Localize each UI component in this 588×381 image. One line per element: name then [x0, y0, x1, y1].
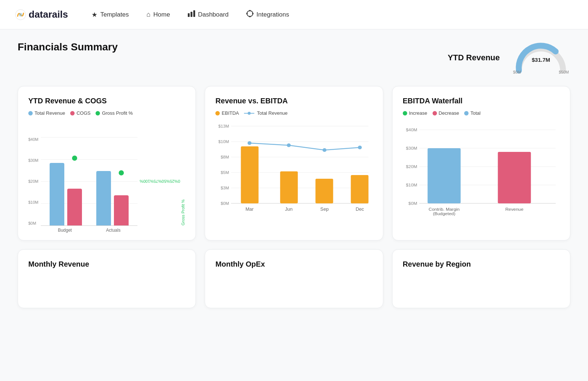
gauge-min: $0M — [513, 70, 521, 74]
y-left-0: $0M — [28, 221, 39, 225]
legend-gross-profit-label: Gross Profit % — [102, 110, 133, 116]
svg-text:$20M: $20M — [406, 164, 417, 169]
legend-decrease-label: Decrease — [439, 110, 459, 116]
home-icon: ⌂ — [146, 11, 150, 18]
legend-cogs-label: COGS — [76, 110, 90, 116]
cogs-dot — [70, 111, 75, 115]
navigation: datarails ★ Templates ⌂ Home Dashboard — [0, 0, 588, 29]
svg-text:$10M: $10M — [218, 139, 229, 144]
svg-text:$0M: $0M — [408, 201, 417, 206]
svg-rect-4 — [193, 10, 195, 17]
legend-ebitda: EBITDA — [215, 110, 239, 116]
bars-area: Budget Actuals — [41, 137, 138, 225]
svg-point-30 — [323, 148, 327, 152]
svg-text:$30M: $30M — [406, 146, 417, 150]
svg-point-5 — [247, 11, 253, 17]
svg-point-1 — [19, 13, 22, 17]
ebitda-dot — [215, 111, 220, 115]
increase-dot — [403, 111, 407, 115]
y-left-3: $30M — [28, 158, 39, 163]
y-right-2: 50% — [158, 179, 166, 184]
legend-total-3: Total — [464, 110, 480, 116]
revenue-ebitda-card: Revenue vs. EBITDA EBITDA Total Revenue — [205, 86, 383, 241]
svg-rect-24 — [241, 146, 259, 203]
nav-integrations[interactable]: Integrations — [245, 7, 291, 22]
budget-gp-dot — [72, 156, 77, 161]
total-dot — [464, 111, 469, 115]
svg-rect-26 — [316, 179, 333, 203]
budget-cogs-bar — [67, 189, 82, 225]
y-right-1: 25% — [166, 179, 174, 184]
actuals-bar-group — [94, 171, 130, 225]
svg-point-7 — [249, 16, 251, 17]
svg-point-29 — [287, 143, 291, 147]
page-title: Financials Summary — [18, 41, 118, 53]
legend-total-revenue-2: Total Revenue — [244, 110, 287, 116]
ytd-value: $31.7M — [532, 57, 550, 63]
revenue-by-region-card: Revenue by Region — [392, 249, 570, 308]
ytd-revenue-cogs-card: YTD Revenue & COGS Total Revenue COGS Gr… — [18, 86, 196, 241]
card3-legend: Increase Decrease Total — [403, 110, 560, 116]
svg-rect-27 — [351, 175, 369, 203]
legend-ebitda-label: EBITDA — [222, 110, 239, 116]
svg-point-11 — [248, 112, 251, 115]
svg-point-9 — [252, 13, 254, 14]
legend-increase: Increase — [403, 110, 427, 116]
legend-total-revenue-2-label: Total Revenue — [257, 110, 287, 116]
svg-rect-2 — [188, 13, 190, 17]
card2-legend: EBITDA Total Revenue — [215, 110, 372, 116]
card6-title: Revenue by Region — [403, 260, 471, 268]
svg-point-8 — [246, 13, 248, 14]
monthly-revenue-card: Monthly Revenue — [18, 249, 196, 308]
card5-title: Monthly OpEx — [215, 260, 265, 268]
svg-rect-46 — [427, 148, 460, 203]
nav-home[interactable]: ⌂ Home — [145, 8, 171, 21]
y-right-3: 75% — [150, 179, 158, 184]
svg-text:$13M: $13M — [218, 124, 229, 128]
svg-point-31 — [358, 146, 362, 149]
svg-rect-25 — [280, 171, 298, 203]
svg-text:(Budgeted): (Budgeted) — [433, 211, 455, 216]
actuals-cogs-bar — [114, 195, 129, 225]
svg-text:Mar: Mar — [245, 207, 254, 212]
logo[interactable]: datarails — [15, 9, 68, 21]
legend-total-revenue-label: Total Revenue — [35, 110, 65, 116]
svg-text:$0M: $0M — [221, 201, 229, 206]
legend-cogs: COGS — [70, 110, 90, 116]
svg-text:Dec: Dec — [356, 207, 364, 212]
legend-decrease: Decrease — [433, 110, 459, 116]
actuals-gp-dot — [119, 170, 124, 175]
page-header: Financials Summary YTD Revenue $31.7M $0… — [18, 41, 570, 74]
card-grid: YTD Revenue & COGS Total Revenue COGS Gr… — [18, 86, 570, 241]
card1-legend: Total Revenue COGS Gross Profit % — [28, 110, 185, 116]
nav-dashboard[interactable]: Dashboard — [186, 7, 230, 22]
legend-total-label: Total — [470, 110, 480, 116]
svg-text:Contrib. Margin: Contrib. Margin — [429, 207, 459, 211]
ebitda-waterfall-card: EBITDA Waterfall Increase Decrease Total — [392, 86, 570, 241]
legend-gross-profit: Gross Profit % — [96, 110, 133, 116]
actuals-revenue-bar — [96, 171, 111, 225]
budget-revenue-bar — [50, 163, 64, 225]
ytd-revenue-section: YTD Revenue $31.7M $0M $50M — [448, 41, 570, 74]
x-label-actuals: Actuals — [89, 228, 137, 233]
legend-increase-label: Increase — [409, 110, 427, 116]
legend-total-revenue: Total Revenue — [28, 110, 65, 116]
total-revenue-dot — [28, 111, 33, 115]
svg-rect-3 — [190, 12, 192, 17]
gross-profit-dot — [96, 111, 100, 115]
card4-title: Monthly Revenue — [28, 260, 89, 268]
integrations-icon — [246, 10, 254, 19]
nav-templates[interactable]: ★ Templates — [90, 8, 130, 22]
card2-title: Revenue vs. EBITDA — [215, 97, 372, 105]
star-icon: ★ — [92, 11, 97, 19]
budget-bar-group — [48, 163, 84, 225]
svg-point-6 — [249, 10, 251, 11]
ytd-gauge: $31.7M $0M $50M — [512, 41, 570, 74]
ytd-label: YTD Revenue — [448, 53, 500, 63]
bottom-card-grid: Monthly Revenue Monthly OpEx Revenue by … — [18, 249, 570, 308]
svg-text:Sep: Sep — [320, 207, 329, 212]
y-left-1: $10M — [28, 200, 39, 204]
y-left-4: $40M — [28, 137, 39, 142]
y-right-0: 0% — [174, 179, 180, 184]
svg-text:$5M: $5M — [221, 170, 229, 175]
